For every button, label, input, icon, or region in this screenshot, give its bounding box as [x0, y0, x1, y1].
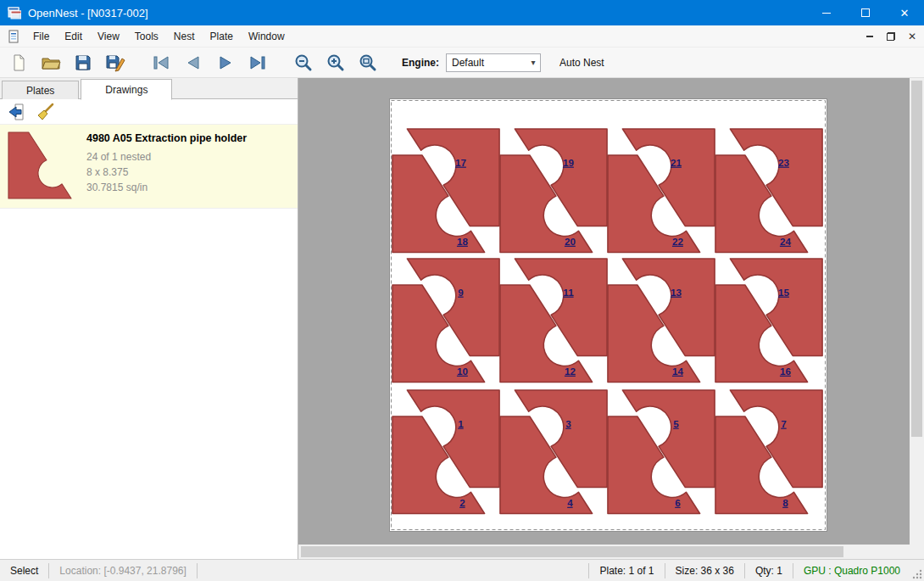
go-last-icon [248, 53, 268, 73]
part-number-label: 11 [563, 287, 574, 298]
minimize-icon [822, 13, 831, 14]
thumbnail-part-shape [8, 132, 71, 198]
resize-grip[interactable] [910, 560, 924, 581]
nest-pair[interactable]: 1920 [500, 129, 607, 253]
first-plate-button[interactable] [149, 51, 173, 75]
maximize-button[interactable] [846, 0, 885, 25]
nest-canvas[interactable]: 171819202122232491011121314151612345678 [298, 78, 924, 559]
part-number-label: 16 [780, 366, 791, 377]
nest-pair[interactable]: 12 [392, 390, 499, 513]
mdi-restore-button[interactable] [882, 28, 900, 45]
status-plate: Plate: 1 of 1 [589, 560, 664, 581]
status-bar: Select Location: [-0.9437, 21.8796] Plat… [0, 559, 924, 581]
return-part-button[interactable] [6, 101, 28, 123]
next-plate-button[interactable] [214, 51, 237, 75]
horizontal-scroll-thumb[interactable] [301, 546, 843, 557]
save-icon [74, 53, 92, 72]
zoom-out-button[interactable] [292, 51, 315, 75]
nest-pair[interactable]: 910 [392, 259, 499, 383]
part-number-label: 19 [563, 157, 574, 168]
mdi-restore-icon [887, 32, 895, 41]
part-number-label: 10 [457, 366, 468, 377]
part-number-label: 23 [778, 157, 789, 168]
clean-button[interactable] [34, 101, 56, 123]
last-plate-button[interactable] [246, 51, 270, 75]
save-as-button[interactable] [103, 51, 127, 75]
part-number-label: 9 [458, 287, 464, 298]
tab-drawings[interactable]: Drawings [81, 79, 172, 100]
open-button[interactable] [39, 51, 63, 75]
zoom-in-button[interactable] [324, 51, 348, 75]
menu-item-nest[interactable]: Nest [166, 25, 203, 47]
new-button[interactable] [7, 51, 31, 75]
vertical-scroll-thumb[interactable] [911, 81, 922, 437]
close-button[interactable]: ✕ [885, 0, 924, 25]
drawing-area: 30.7815 sq/in [86, 180, 247, 195]
go-next-icon [215, 53, 236, 73]
broom-icon [36, 103, 54, 121]
main-toolbar: Engine: Default ▾ Auto Nest [0, 47, 924, 78]
nest-pair[interactable]: 1516 [715, 259, 822, 383]
go-previous-icon [183, 53, 203, 73]
tab-plates[interactable]: Plates [2, 81, 79, 99]
app-icon [8, 6, 21, 20]
zoom-fit-button[interactable] [356, 51, 380, 75]
status-gpu: GPU : Quadro P1000 [793, 560, 910, 581]
part-number-label: 24 [780, 236, 791, 247]
sidebar-tabstrip: Plates Drawings [0, 78, 298, 99]
mdi-minimize-icon [866, 36, 873, 37]
open-folder-icon [41, 53, 61, 73]
maximize-icon [861, 8, 870, 17]
chevron-down-icon: ▾ [526, 58, 540, 67]
minimize-button[interactable] [807, 0, 846, 25]
nest-pair[interactable]: 2122 [608, 129, 715, 253]
menu-item-tools[interactable]: Tools [127, 25, 166, 47]
part-number-label: 12 [565, 366, 576, 377]
part-number-label: 21 [671, 157, 682, 168]
part-number-label: 18 [457, 236, 468, 247]
part-number-label: 7 [781, 418, 786, 429]
scrollbar-corner [910, 545, 924, 559]
drawing-list-item[interactable]: 4980 A05 Extraction pipe holder 24 of 1 … [0, 125, 298, 209]
part-number-label: 17 [455, 157, 466, 168]
vertical-scrollbar[interactable] [910, 78, 924, 545]
menu-item-file[interactable]: File [25, 25, 57, 47]
part-number-label: 1 [458, 418, 464, 429]
engine-value: Default [452, 57, 484, 69]
drawing-nested-count: 24 of 1 nested [86, 149, 247, 165]
part-number-label: 15 [778, 287, 789, 298]
nest-pair[interactable]: 78 [715, 390, 822, 513]
zoom-in-icon [326, 53, 346, 73]
part-number-label: 6 [675, 497, 681, 508]
drawing-title: 4980 A05 Extraction pipe holder [86, 132, 247, 144]
status-mode: Select [0, 560, 48, 581]
nest-svg: 171819202122232491011121314151612345678 [390, 99, 827, 531]
plate[interactable]: 171819202122232491011121314151612345678 [390, 99, 827, 531]
nest-pair[interactable]: 1314 [608, 259, 715, 383]
horizontal-scrollbar[interactable] [298, 545, 910, 559]
auto-nest-button[interactable]: Auto Nest [554, 54, 610, 71]
mdi-minimize-button[interactable] [860, 28, 879, 45]
menu-item-plate[interactable]: Plate [203, 25, 241, 47]
previous-plate-button[interactable] [181, 51, 205, 75]
save-button[interactable] [71, 51, 95, 75]
mdi-close-button[interactable]: ✕ [903, 28, 921, 45]
nest-pair[interactable]: 2324 [715, 129, 822, 253]
nest-pair[interactable]: 1718 [392, 129, 499, 253]
part-number-label: 3 [565, 418, 571, 429]
menu-item-edit[interactable]: Edit [57, 25, 90, 47]
nest-pair[interactable]: 1112 [500, 259, 607, 383]
part-thumbnail [7, 131, 73, 200]
zoom-out-icon [293, 53, 314, 73]
menu-item-view[interactable]: View [90, 25, 127, 47]
save-edit-icon [105, 53, 125, 73]
title-bar: OpenNest - [N0317-002] ✕ [0, 0, 924, 25]
nest-pair[interactable]: 34 [500, 390, 607, 513]
nest-pair[interactable]: 56 [608, 390, 715, 513]
part-number-label: 4 [567, 497, 573, 508]
go-first-icon [151, 53, 171, 73]
menu-item-window[interactable]: Window [241, 25, 292, 47]
engine-select[interactable]: Default ▾ [446, 53, 541, 72]
part-number-label: 20 [565, 236, 576, 247]
document-icon [7, 30, 20, 43]
